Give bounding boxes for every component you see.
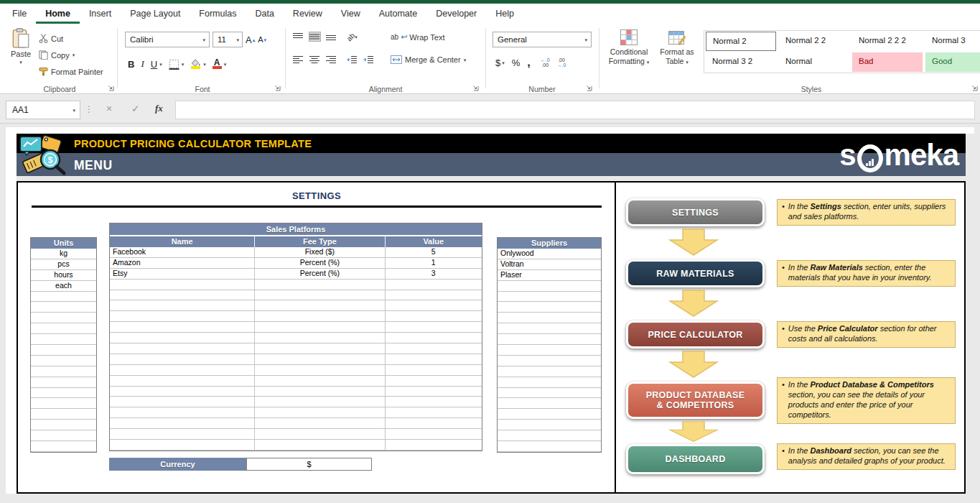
platform-feetype-cell[interactable]: [255, 343, 385, 354]
platform-feetype-cell[interactable]: [255, 300, 385, 310]
conditional-formatting-button[interactable]: Conditional Formatting ▾: [605, 29, 653, 65]
unit-cell[interactable]: [31, 441, 96, 452]
supplier-cell[interactable]: [498, 420, 601, 430]
copy-button[interactable]: Copy ▾: [39, 47, 103, 63]
fill-color-dropdown-icon[interactable]: ▾: [203, 62, 206, 67]
format-painter-button[interactable]: Format Painter: [39, 64, 103, 79]
accounting-dropdown-icon[interactable]: ▾: [502, 60, 505, 65]
percent-style-button[interactable]: %: [512, 57, 521, 68]
nav-button-price-calculator[interactable]: PRICE CALCULATOR: [626, 320, 765, 349]
platform-value-cell[interactable]: [386, 354, 482, 364]
increase-font-size-button[interactable]: A ▴: [246, 34, 255, 45]
unit-cell[interactable]: [31, 313, 96, 323]
supplier-cell[interactable]: [498, 441, 601, 452]
supplier-cell[interactable]: [498, 313, 601, 323]
unit-cell[interactable]: [31, 398, 96, 409]
supplier-cell[interactable]: Plaser: [498, 270, 601, 281]
tab-page-layout[interactable]: Page Layout: [121, 4, 190, 24]
supplier-cell[interactable]: [498, 281, 601, 292]
platform-value-cell[interactable]: 5: [386, 247, 482, 257]
unit-cell[interactable]: each: [31, 281, 96, 292]
platform-value-cell[interactable]: [386, 397, 482, 407]
platform-name-cell[interactable]: [110, 429, 255, 439]
font-color-dropdown-icon[interactable]: ▾: [224, 62, 227, 67]
platform-feetype-cell[interactable]: [255, 280, 385, 290]
platform-name-cell[interactable]: [110, 365, 255, 375]
platform-feetype-cell[interactable]: [255, 290, 385, 300]
unit-cell[interactable]: [31, 409, 96, 420]
style-good[interactable]: Good: [925, 52, 980, 72]
platform-name-cell[interactable]: Etsy: [110, 269, 255, 279]
align-middle-button[interactable]: [309, 32, 320, 41]
style-normal-2-2[interactable]: Normal 2 2: [779, 32, 849, 51]
nav-button-product-database[interactable]: PRODUCT DATABASE & COMPETITORS: [626, 382, 765, 419]
supplier-cell[interactable]: [498, 302, 601, 313]
supplier-cell[interactable]: [498, 377, 601, 388]
name-box-dropdown-icon[interactable]: ▾: [73, 108, 80, 113]
bold-button[interactable]: B: [128, 59, 134, 70]
platform-name-cell[interactable]: [110, 311, 255, 321]
decrease-indent-button[interactable]: [347, 55, 358, 64]
supplier-cell[interactable]: Voltran: [498, 259, 601, 270]
platform-name-cell[interactable]: [110, 354, 255, 364]
nav-button-dashboard[interactable]: DASHBOARD: [626, 444, 765, 474]
platform-feetype-cell[interactable]: [255, 376, 385, 386]
platform-value-cell[interactable]: [386, 322, 482, 332]
font-size-dropdown-icon[interactable]: ▾: [236, 37, 242, 42]
tab-data[interactable]: Data: [246, 4, 283, 24]
underline-dropdown-icon[interactable]: ▾: [159, 62, 162, 67]
unit-cell[interactable]: [31, 302, 96, 313]
style-bad[interactable]: Bad: [852, 52, 923, 72]
paste-dropdown-icon[interactable]: ▾: [19, 60, 22, 65]
platform-name-cell[interactable]: [110, 397, 255, 407]
platform-value-cell[interactable]: [386, 407, 482, 417]
currency-value-cell[interactable]: $: [246, 458, 372, 471]
number-format-select[interactable]: General ▾: [493, 32, 592, 47]
decrease-decimal-button[interactable]: .00 →.0: [557, 57, 566, 68]
supplier-cell[interactable]: [498, 366, 601, 377]
cancel-entry-icon[interactable]: ×: [106, 103, 112, 114]
style-normal-3-2[interactable]: Normal 3 2: [706, 52, 776, 72]
unit-cell[interactable]: [31, 356, 96, 366]
insert-function-icon[interactable]: fx: [155, 103, 163, 114]
style-normal-2[interactable]: Normal 2: [706, 32, 776, 51]
font-name-dropdown-icon[interactable]: ▾: [202, 37, 209, 42]
platform-feetype-cell[interactable]: [255, 387, 385, 397]
name-box[interactable]: AA1 ▾: [6, 101, 80, 119]
supplier-cell[interactable]: [498, 430, 601, 441]
increase-decimal-button[interactable]: ←.0 .00: [541, 57, 550, 68]
unit-cell[interactable]: [31, 366, 96, 377]
nav-button-raw-materials[interactable]: RAW MATERIALS: [626, 259, 765, 287]
platform-feetype-cell[interactable]: [255, 322, 385, 332]
platform-name-cell[interactable]: [110, 407, 255, 417]
merge-center-button[interactable]: Merge & Center ▾: [391, 55, 466, 64]
tab-file[interactable]: File: [3, 4, 36, 24]
platform-value-cell[interactable]: [386, 343, 482, 354]
platform-value-cell[interactable]: [386, 311, 482, 321]
tab-developer[interactable]: Developer: [426, 4, 486, 24]
platform-feetype-cell[interactable]: [255, 440, 385, 450]
platform-value-cell[interactable]: [386, 418, 482, 428]
alignment-dialog-launcher-icon[interactable]: [472, 84, 479, 91]
align-bottom-button[interactable]: [326, 32, 337, 41]
platform-value-cell[interactable]: [386, 387, 482, 397]
supplier-cell[interactable]: Onlywood: [498, 249, 601, 259]
align-center-button[interactable]: [309, 55, 320, 64]
unit-cell[interactable]: [31, 388, 96, 399]
increase-indent-button[interactable]: [363, 55, 374, 64]
tab-formulas[interactable]: Formulas: [190, 4, 246, 24]
platform-feetype-cell[interactable]: [255, 311, 385, 321]
number-format-dropdown-icon[interactable]: ▾: [584, 37, 591, 42]
platform-value-cell[interactable]: 3: [386, 269, 482, 279]
platform-value-cell[interactable]: 1: [386, 258, 482, 268]
unit-cell[interactable]: [31, 345, 96, 356]
unit-cell[interactable]: [31, 334, 96, 345]
unit-cell[interactable]: [31, 292, 96, 303]
platform-value-cell[interactable]: [386, 440, 482, 450]
platform-value-cell[interactable]: [386, 300, 482, 310]
platform-value-cell[interactable]: [386, 280, 482, 290]
supplier-cell[interactable]: [498, 292, 601, 303]
platform-name-cell[interactable]: [110, 290, 255, 300]
platform-feetype-cell[interactable]: [255, 407, 385, 417]
platform-feetype-cell[interactable]: [255, 365, 385, 375]
